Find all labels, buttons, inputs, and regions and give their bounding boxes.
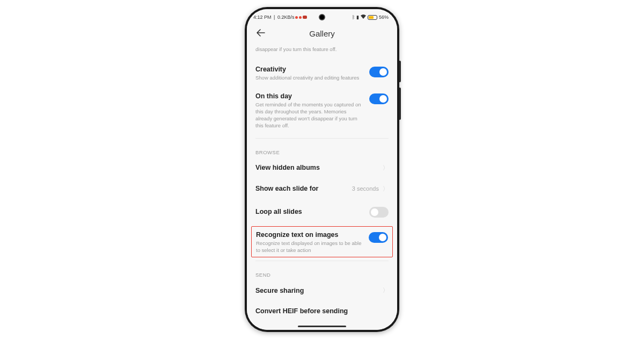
setting-secure-sharing[interactable]: Secure sharing 〉 [255, 280, 389, 301]
recognize-text-toggle[interactable] [369, 232, 388, 243]
setting-value: 3 seconds [352, 185, 379, 192]
highlighted-setting: Recognize text on images Recognize text … [251, 226, 393, 258]
section-header-send: Send [255, 264, 389, 280]
status-dot-icon [299, 16, 302, 19]
section-header-browse: Browse [255, 142, 389, 157]
setting-recognize-text[interactable]: Recognize text on images Recognize text … [256, 231, 388, 254]
loop-slides-toggle[interactable] [369, 207, 389, 218]
chevron-right-icon: 〉 [383, 185, 389, 192]
settings-content[interactable]: disappear if you turn this feature off. … [247, 44, 397, 330]
status-bar-right: ᛒ ▮ 56% [352, 15, 389, 20]
battery-icon [368, 15, 377, 20]
setting-title: Loop all slides [255, 208, 302, 215]
page-title: Gallery [309, 29, 335, 38]
divider [255, 261, 389, 261]
setting-loop-all-slides[interactable]: Loop all slides [255, 199, 389, 224]
setting-creativity[interactable]: Creativity Show additional creativity an… [255, 60, 389, 86]
phone-screen: 4:12 PM | 0.2KB/s ᛒ ▮ 56% [247, 9, 397, 330]
setting-title: Creativity [255, 66, 364, 73]
creativity-toggle[interactable] [369, 67, 389, 77]
arrow-left-icon [257, 29, 265, 37]
divider [255, 138, 389, 139]
setting-desc: Recognize text displayed on images to be… [256, 240, 363, 254]
on-this-day-toggle[interactable] [369, 93, 389, 104]
setting-title: On this day [255, 92, 364, 100]
status-speed: 0.2KB/s [277, 15, 295, 20]
signal-icon: ▮ [356, 15, 359, 20]
home-indicator[interactable] [298, 326, 346, 327]
setting-desc: Show additional creativity and editing f… [255, 74, 364, 81]
status-badge-icon [303, 16, 307, 19]
setting-title: View hidden albums [255, 164, 320, 171]
phone-frame: 4:12 PM | 0.2KB/s ᛒ ▮ 56% [245, 7, 399, 332]
back-button[interactable] [254, 26, 267, 40]
battery-percent: 56% [379, 15, 389, 20]
status-time: 4:12 PM [253, 15, 272, 20]
chevron-right-icon: 〉 [383, 164, 389, 172]
previous-item-tail-desc: disappear if you turn this feature off. [255, 46, 389, 53]
setting-show-each-slide[interactable]: Show each slide for 3 seconds 〉 [255, 178, 389, 199]
chevron-right-icon: 〉 [383, 286, 389, 294]
setting-view-hidden-albums[interactable]: View hidden albums 〉 [255, 157, 389, 178]
setting-title: Secure sharing [255, 287, 304, 294]
wifi-icon [361, 15, 366, 20]
camera-punch-hole [319, 14, 325, 20]
setting-title: Show each slide for [255, 185, 318, 192]
setting-title: Convert HEIF before sending [255, 307, 348, 315]
app-title-bar: Gallery [247, 22, 397, 44]
side-button-1 [399, 61, 401, 82]
side-button-2 [399, 88, 401, 120]
setting-desc: Get reminded of the moments you captured… [255, 101, 364, 129]
bluetooth-icon: ᛒ [352, 15, 355, 20]
status-bar-left: 4:12 PM | 0.2KB/s [253, 15, 307, 20]
setting-on-this-day[interactable]: On this day Get reminded of the moments … [255, 87, 389, 135]
setting-title: Recognize text on images [256, 231, 363, 239]
setting-convert-heif[interactable]: Convert HEIF before sending [255, 301, 389, 315]
status-dot-icon [295, 16, 298, 19]
